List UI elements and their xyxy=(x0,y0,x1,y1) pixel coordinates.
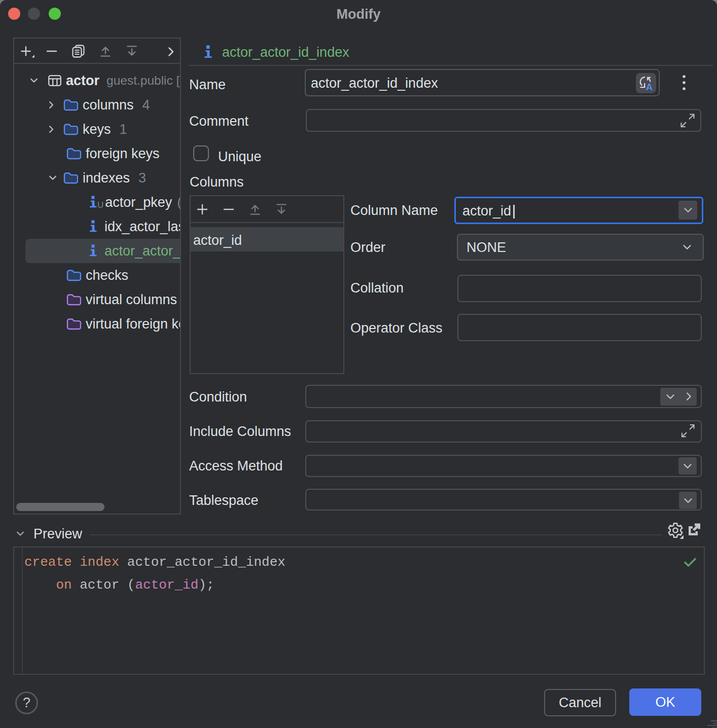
svg-text:A: A xyxy=(646,82,653,91)
